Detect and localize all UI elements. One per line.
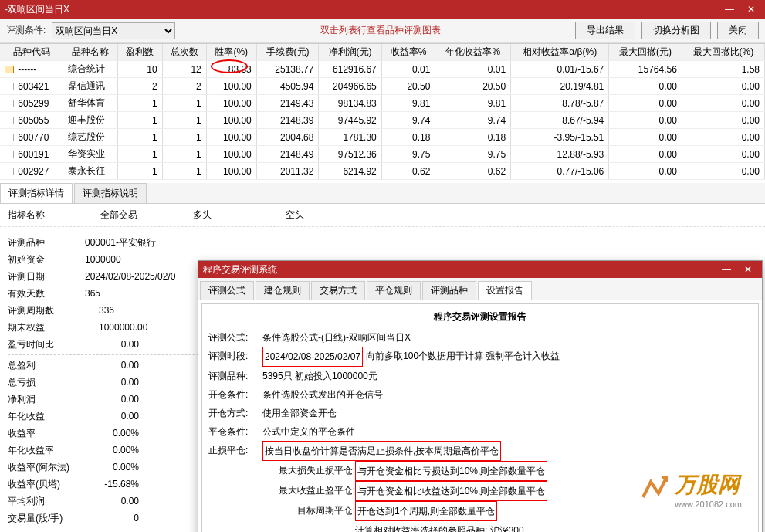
- table-row[interactable]: 600191华资实业11100.002148.4997512.369.759.7…: [0, 146, 765, 163]
- dialog-tab[interactable]: 评测品种: [422, 281, 476, 300]
- highlight-daterange: 2024/02/08-2025/02/07: [262, 347, 363, 367]
- dh-short: 空头: [286, 208, 347, 222]
- result-grid: 品种代码品种名称盈利数总次数胜率(%)手续费(元)净利润(元)收益率%年化收益率…: [0, 43, 765, 180]
- grid-col[interactable]: 相对收益率α/β(%): [511, 44, 609, 61]
- grid-header-row: 品种代码品种名称盈利数总次数胜率(%)手续费(元)净利润(元)收益率%年化收益率…: [0, 44, 765, 61]
- dialog-titlebar: 程序交易评测系统 — ✕: [198, 261, 762, 278]
- close-toolbar-button[interactable]: 关闭: [717, 22, 759, 39]
- grid-col[interactable]: 最大回撤(元): [609, 44, 682, 61]
- grid-col[interactable]: 盈利数: [118, 44, 162, 61]
- row-icon: [5, 117, 14, 124]
- table-row[interactable]: 603421鼎信通讯22100.004505.94204966.6520.502…: [0, 78, 765, 95]
- grid-col[interactable]: 胜率(%): [206, 44, 256, 61]
- cond-label: 评测条件:: [6, 24, 46, 37]
- table-row[interactable]: 605055迎丰股份11100.002148.3997445.929.749.7…: [0, 112, 765, 129]
- hint-text: 双击列表行查看品种评测图表: [320, 24, 441, 37]
- row-icon: [5, 100, 14, 107]
- dialog-tab[interactable]: 平仓规则: [367, 281, 421, 300]
- highlight-maxloss: 与开仓资金相比亏损达到10%,则全部数量平仓: [355, 461, 547, 481]
- switch-button[interactable]: 切换分析图: [641, 22, 711, 39]
- close-button[interactable]: ✕: [742, 2, 760, 16]
- row-icon: [5, 151, 14, 158]
- minimize-button[interactable]: —: [720, 2, 739, 16]
- grid-col[interactable]: 净利润(元): [319, 44, 381, 61]
- row-icon: [5, 83, 14, 90]
- dh-name: 指标名称: [8, 208, 69, 222]
- highlight-maxgain: 与开仓资金相比收益达到10%,则全部数量平仓: [355, 481, 547, 501]
- cond-select[interactable]: 双响区间当日X: [52, 22, 175, 39]
- dialog-tabs: 评测公式建仓规则交易方式平仓规则评测品种设置报告: [198, 278, 762, 300]
- dialog-tab[interactable]: 设置报告: [478, 281, 532, 300]
- dialog-close[interactable]: ✕: [739, 263, 757, 276]
- detail-tabs: 评测指标详情 评测指标说明: [0, 183, 765, 204]
- dialog-tab[interactable]: 建仓规则: [256, 281, 310, 300]
- dh-all: 全部交易: [100, 208, 162, 222]
- report-title: 程序交易评测设置报告: [208, 310, 752, 324]
- grid-col[interactable]: 收益率%: [381, 44, 435, 61]
- grid-col[interactable]: 手续费(元): [256, 44, 319, 61]
- tab-explain[interactable]: 评测指标说明: [74, 183, 147, 203]
- grid-col[interactable]: 总次数: [162, 44, 206, 61]
- table-row[interactable]: 605299舒华体育11100.002149.4398134.839.819.8…: [0, 95, 765, 112]
- grid-col[interactable]: 品种名称: [63, 44, 118, 61]
- dialog-tab[interactable]: 交易方式: [311, 281, 365, 300]
- tab-detail[interactable]: 评测指标详情: [0, 183, 73, 203]
- dialog-minimize[interactable]: —: [717, 263, 736, 276]
- dialog-tab[interactable]: 评测公式: [200, 281, 254, 300]
- table-row[interactable]: 002927泰永长征11100.002011.326214.920.620.62…: [0, 163, 765, 180]
- table-row[interactable]: 600770综艺股份11100.002004.681781.300.180.18…: [0, 129, 765, 146]
- dialog-body: 程序交易评测设置报告 评测公式:条件选股公式-(日线)-双响区间当日X 评测时段…: [201, 303, 759, 532]
- window-title: -双响区间当日X: [5, 3, 69, 16]
- row-icon: [5, 168, 14, 175]
- highlight-stoploss: 按当日收盘价计算是否满足止损条件,按本周期最高价平仓: [262, 441, 501, 461]
- main-titlebar: -双响区间当日X — ✕: [0, 0, 765, 19]
- dialog-title: 程序交易评测系统: [203, 263, 277, 276]
- detail-header-row: 指标名称 全部交易 多头 空头: [0, 204, 765, 227]
- grid-col[interactable]: 最大回撤比(%): [682, 44, 764, 61]
- grid-col[interactable]: 年化收益率%: [435, 44, 511, 61]
- export-button[interactable]: 导出结果: [575, 22, 635, 39]
- row-icon: [5, 134, 14, 141]
- report-dialog: 程序交易评测系统 — ✕ 评测公式建仓规则交易方式平仓规则评测品种设置报告 程序…: [198, 260, 763, 532]
- dh-long: 多头: [193, 208, 255, 222]
- toolbar: 评测条件: 双响区间当日X 双击列表行查看品种评测图表 导出结果 切换分析图 关…: [0, 19, 765, 43]
- row-icon: [5, 66, 14, 73]
- highlight-targetperiod: 开仓达到1个周期,则全部数量平仓: [355, 501, 497, 521]
- grid-col[interactable]: 品种代码: [0, 44, 63, 61]
- table-row[interactable]: ------综合统计101283.3325138.77612916.670.01…: [0, 61, 765, 78]
